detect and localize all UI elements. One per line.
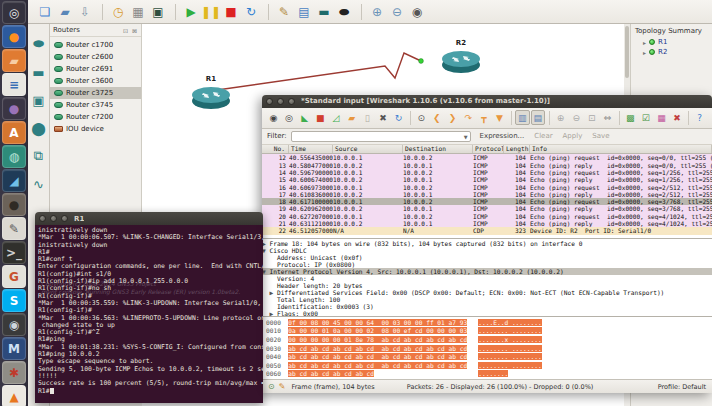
- expander-icon[interactable]: ▶: [262, 289, 277, 296]
- packet-row[interactable]: 1240.55643500010.0.0.110.0.0.2ICMP104Ech…: [262, 154, 712, 161]
- column-header-info[interactable]: Info: [530, 145, 712, 154]
- expand-arrow-icon[interactable]: ▸: [643, 39, 646, 46]
- terminal-output[interactable]: Copyright (c) 2006-2014 GNS3 Project men…: [35, 225, 263, 403]
- gimp-icon[interactable]: ●: [2, 193, 26, 216]
- hex-row[interactable]: 0060 ab cd ab cd ab cd ab cd ........: [266, 370, 712, 379]
- stop-capture-icon[interactable]: ■: [313, 110, 328, 125]
- edit-tools-icon[interactable]: ✖: [670, 110, 685, 125]
- zoom-out-icon[interactable]: ⊖: [388, 3, 406, 21]
- detail-line[interactable]: ▼ Cisco HDLC: [262, 247, 712, 254]
- column-header-protocol[interactable]: Protocol: [473, 145, 504, 154]
- expander-icon[interactable]: [262, 261, 277, 268]
- open-project-icon[interactable]: ▰: [56, 3, 74, 21]
- colorize-list-toggle-icon[interactable]: ▥: [515, 110, 530, 125]
- security-devices-category-icon[interactable]: ⬤: [31, 114, 46, 142]
- go-last-icon[interactable]: ▼: [492, 110, 507, 125]
- libreoffice-writer-icon[interactable]: ≡: [2, 73, 26, 96]
- minimize-button[interactable]: [50, 215, 57, 222]
- gedit-icon[interactable]: ✎: [2, 217, 26, 240]
- detail-line[interactable]: Header length: 20 bytes: [262, 282, 712, 289]
- maximize-button[interactable]: [288, 98, 295, 105]
- terminal-titlebar[interactable]: R1: [35, 212, 263, 225]
- detail-line[interactable]: Identification: 0x0003 (3): [262, 303, 712, 310]
- switches-category-icon[interactable]: ▬: [32, 58, 44, 86]
- files-icon[interactable]: ▰: [2, 49, 26, 72]
- close-file-icon[interactable]: ✖: [376, 110, 391, 125]
- minimize-button[interactable]: [277, 98, 284, 105]
- column-header-time[interactable]: Time: [289, 145, 333, 154]
- ubuntu-dash-icon[interactable]: ◎: [2, 1, 26, 24]
- add-link-icon[interactable]: ∿: [33, 170, 44, 198]
- firefox-icon[interactable]: ●: [2, 25, 26, 48]
- expander-icon[interactable]: [262, 254, 277, 261]
- router-template-item[interactable]: Router c7200: [50, 111, 141, 123]
- system-settings-icon[interactable]: ✱: [2, 361, 26, 384]
- hex-row[interactable]: 0010 0a 00 00 01 0a 00 00 02 08 00 ef cd…: [266, 327, 712, 336]
- column-header-destination[interactable]: Destination: [403, 145, 473, 154]
- packet-row[interactable]: 1840.61710000010.0.0.110.0.0.2ICMP104Ech…: [262, 198, 712, 205]
- hex-row[interactable]: 0040 ab cd ab cd ab cd ab cd ab cd ab cd…: [266, 353, 712, 362]
- vpcs-icon[interactable]: M: [2, 337, 26, 360]
- camera-app-icon[interactable]: ◉: [2, 313, 26, 336]
- go-back-icon[interactable]: ❮: [430, 110, 445, 125]
- vlc-icon[interactable]: ▲: [2, 385, 26, 406]
- expand-arrow-icon[interactable]: ▸: [643, 49, 646, 56]
- expander-icon[interactable]: [262, 275, 277, 282]
- show-grid-icon[interactable]: ▦: [129, 3, 147, 21]
- open-file-icon[interactable]: ▰: [344, 110, 359, 125]
- packet-row[interactable]: 2040.62720700010.0.0.110.0.0.2ICMP104Ech…: [262, 213, 712, 220]
- packet-row[interactable]: 1740.61083600010.0.0.210.0.0.1ICMP104Ech…: [262, 191, 712, 198]
- maximize-button[interactable]: [61, 215, 68, 222]
- router-template-item[interactable]: Router c3725: [50, 87, 141, 99]
- expander-icon[interactable]: [262, 296, 277, 303]
- clear-button[interactable]: Clear: [534, 132, 552, 140]
- hex-row[interactable]: 0030 ab cd ab cd ab cd ab cd ab cd ab cd…: [266, 345, 712, 354]
- add-note-icon[interactable]: ✎: [275, 3, 293, 21]
- packet-row[interactable]: 2140.63112100010.0.0.210.0.0.1ICMP104Ech…: [262, 220, 712, 227]
- terminal-app-icon[interactable]: >_: [2, 241, 26, 264]
- draw-ellipse-icon[interactable]: ⬬: [335, 3, 353, 21]
- router-template-item[interactable]: Router c3745: [50, 99, 141, 111]
- snapshot-icon[interactable]: ◷: [109, 3, 127, 21]
- wireshark-titlebar[interactable]: *Standard input [Wireshark 1.10.6 (v1.10…: [262, 95, 712, 108]
- draw-rectangle-icon[interactable]: ▬: [315, 3, 333, 21]
- save-file-icon[interactable]: ▯: [360, 110, 375, 125]
- zoom-out-icon[interactable]: ⊖: [569, 110, 584, 125]
- packet-row[interactable]: 1540.60067400010.0.0.210.0.0.1ICMP104Ech…: [262, 176, 712, 183]
- router-template-item[interactable]: Router c1700: [50, 39, 141, 51]
- help-icon[interactable]: ?: [692, 110, 707, 125]
- apply-button[interactable]: Apply: [563, 132, 583, 140]
- topology-summary-item[interactable]: ▸R2: [643, 48, 708, 56]
- packet-row[interactable]: 1640.60697300010.0.0.110.0.0.2ICMP104Ech…: [262, 184, 712, 191]
- software-center-icon[interactable]: A: [2, 121, 26, 144]
- ubuntu-one-icon[interactable]: ●: [2, 97, 26, 120]
- router-template-item[interactable]: IOU device: [50, 123, 141, 135]
- insert-image-icon[interactable]: ▤: [295, 3, 313, 21]
- console-icon[interactable]: ▣: [149, 3, 167, 21]
- column-header-no[interactable]: No.: [262, 145, 289, 154]
- autoscroll-toggle-icon[interactable]: ▤: [531, 110, 546, 125]
- routers-panel-window-buttons[interactable]: ⊡ ⊠: [123, 27, 138, 34]
- stop-icon[interactable]: ■: [222, 3, 240, 21]
- all-devices-category-icon[interactable]: ⧉: [34, 142, 43, 170]
- packet-list-header[interactable]: No.TimeSourceDestinationProtocolLengthIn…: [262, 145, 712, 155]
- go-first-icon[interactable]: ┳: [477, 110, 492, 125]
- zoom-100-icon[interactable]: ⊡: [585, 110, 600, 125]
- list-interfaces-icon[interactable]: ◉: [266, 110, 281, 125]
- column-header-source[interactable]: Source: [333, 145, 403, 154]
- close-button[interactable]: [39, 215, 46, 222]
- start-icon[interactable]: ▶: [182, 3, 200, 21]
- zoom-in-icon[interactable]: ⊕: [553, 110, 568, 125]
- detail-line[interactable]: ▶ Frame 18: 104 bytes on wire (832 bits)…: [262, 240, 712, 247]
- router-node-r1[interactable]: R1: [189, 75, 233, 114]
- hex-row[interactable]: 0020 00 00 00 00 00 01 8e 78 ab cd ab cd…: [266, 336, 712, 345]
- expander-icon[interactable]: [262, 282, 277, 289]
- close-button[interactable]: [266, 98, 273, 105]
- gns3-icon[interactable]: G: [2, 265, 26, 288]
- start-capture-icon[interactable]: ◣: [297, 110, 312, 125]
- go-forward-icon[interactable]: ❯: [445, 110, 460, 125]
- router-template-item[interactable]: Router c2600: [50, 51, 141, 63]
- packet-row[interactable]: 2246.512057000N/AN/ACDP323Device ID: R2 …: [262, 227, 712, 234]
- suspend-icon[interactable]: ❚❚: [202, 3, 220, 21]
- detail-line[interactable]: ▶ Differentiated Services Field: 0x00 (D…: [262, 289, 712, 296]
